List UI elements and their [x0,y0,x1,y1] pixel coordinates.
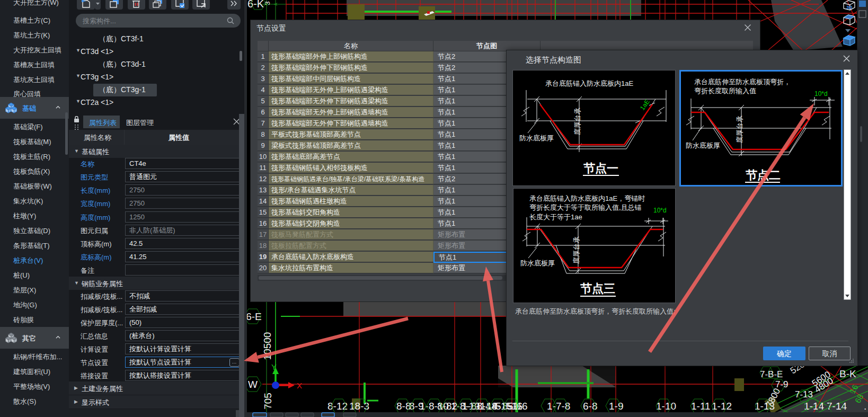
svg-text:6-8: 6-8 [583,401,597,412]
svg-text:1-7-8: 1-7-8 [547,401,570,412]
svg-text:1-9: 1-9 [609,401,623,412]
svg-text:1-12: 1-12 [712,401,732,412]
svg-text:7-9: 7-9 [775,379,789,389]
svg-text:X: X [297,381,302,390]
svg-text:弯折长度大于等于取所输入值,且总锚: 弯折长度大于等于取所输入值,且总锚 [529,203,642,211]
svg-text:节点二: 节点二 [746,168,781,182]
svg-text:7-14: 7-14 [827,401,847,412]
svg-text:7-13: 7-13 [795,389,813,400]
svg-text:承台底筋锚入防水底板内1aE，弯锚时: 承台底筋锚入防水底板内1aE，弯锚时 [529,194,645,202]
svg-text:10500: 10500 [262,332,273,360]
svg-text:度厚台承: 度厚台承 [572,236,580,264]
svg-text:承台底筋锚入防水底板内1aE: 承台底筋锚入防水底板内1aE [545,79,633,87]
svg-text:节点三: 节点三 [580,282,615,295]
svg-text:Y: Y [271,362,277,371]
svg-text:10*d: 10*d [653,207,667,214]
svg-text:1-6: 1-6 [513,401,527,412]
svg-text:节点一: 节点一 [583,162,618,175]
svg-text:W: W [248,379,258,390]
svg-text:防水底板厚: 防水底板厚 [686,141,720,149]
svg-text:3D: 3D [846,5,853,10]
svg-text:度厚台承: 度厚台承 [736,116,743,143]
svg-text:承台底筋伸至防水底板顶弯折，: 承台底筋伸至防水底板顶弯折， [694,78,791,86]
svg-text:1-10: 1-10 [656,401,676,412]
svg-text:防水底板厚: 防水底板厚 [519,134,554,142]
svg-text:长度大于等于1ae: 长度大于等于1ae [529,213,582,221]
svg-text:705: 705 [262,393,273,410]
svg-text:防水底板厚: 防水底板厚 [520,259,555,267]
svg-text:B-K: B-K [839,368,856,379]
svg-text:6-E: 6-E [246,311,262,322]
svg-text:度厚台承: 度厚台承 [573,108,581,135]
svg-text:.: . [864,401,866,412]
svg-text:弯折长度取所输入值: 弯折长度取所输入值 [694,87,756,95]
svg-text:10*d: 10*d [814,90,828,97]
svg-text:7-B-E: 7-B-E [760,369,783,379]
svg-text:1-11: 1-11 [691,401,711,412]
svg-text:6-K: 6-K [247,0,264,10]
